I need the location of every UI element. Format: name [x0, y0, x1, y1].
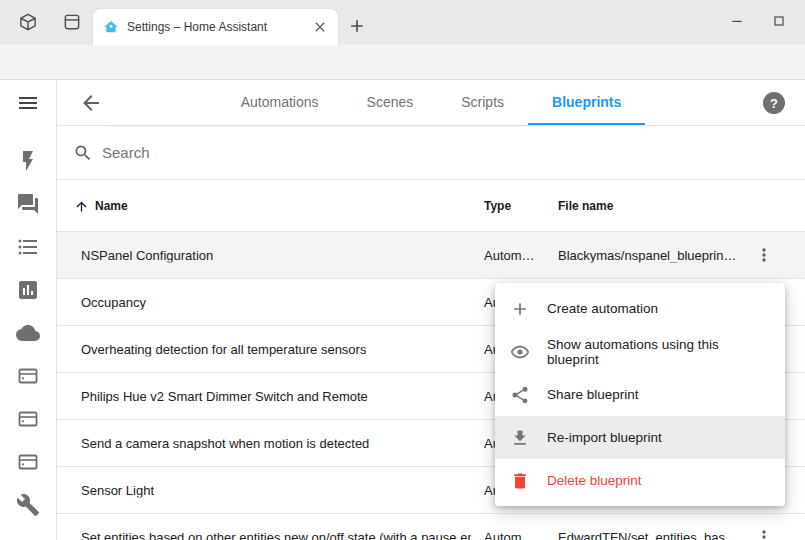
- sort-ascending-icon: [74, 199, 89, 214]
- server-icon[interactable]: [16, 450, 40, 474]
- tab-scenes[interactable]: Scenes: [343, 80, 438, 125]
- menu-item-create-automation[interactable]: Create automation: [495, 287, 785, 330]
- menu-item-share-blueprint[interactable]: Share blueprint: [495, 373, 785, 416]
- row-menu-icon[interactable]: [754, 245, 774, 265]
- home-assistant-favicon: [103, 19, 119, 35]
- server-icon[interactable]: [16, 407, 40, 431]
- share-icon: [510, 385, 530, 405]
- maximize-button[interactable]: [758, 0, 800, 42]
- table-row[interactable]: NSPanel Configuration Autom… Blackymas/n…: [57, 232, 805, 279]
- blueprint-context-menu: Create automation Show automations using…: [495, 283, 785, 506]
- search-icon: [73, 143, 93, 163]
- server-icon[interactable]: [16, 364, 40, 388]
- tab-actions-icon[interactable]: [62, 12, 82, 32]
- energy-icon[interactable]: [16, 149, 40, 173]
- forum-icon[interactable]: [16, 192, 40, 216]
- workspaces-icon[interactable]: [18, 12, 38, 32]
- window-controls: [716, 0, 805, 42]
- browser-toolbar: Not secure homeassistant.local:8123/...: [0, 45, 805, 80]
- download-icon: [510, 428, 530, 448]
- browser-titlebar: Settings – Home Assistant: [0, 0, 805, 45]
- ha-tab-bar: Automations Scenes Scripts Blueprints: [157, 80, 705, 125]
- column-header-type[interactable]: Type: [484, 180, 511, 232]
- ha-header: Automations Scenes Scripts Blueprints: [57, 80, 805, 126]
- tab-blueprints[interactable]: Blueprints: [528, 80, 645, 125]
- cloud-icon[interactable]: [16, 321, 40, 345]
- history-icon[interactable]: [16, 278, 40, 302]
- column-header-name[interactable]: Name: [74, 180, 128, 232]
- tab-scripts[interactable]: Scripts: [437, 80, 528, 125]
- developer-tools-icon[interactable]: [16, 493, 40, 517]
- plus-icon: [510, 299, 530, 319]
- table-row[interactable]: Set entities based on other entities new…: [57, 514, 805, 540]
- new-tab-button[interactable]: [347, 16, 367, 36]
- minimize-button[interactable]: [716, 0, 758, 42]
- menu-item-reimport-blueprint[interactable]: Re-import blueprint: [495, 416, 785, 459]
- column-header-file[interactable]: File name: [558, 180, 613, 232]
- menu-icon[interactable]: [16, 91, 40, 115]
- logbook-icon[interactable]: [16, 235, 40, 259]
- table-header: Name Type File name: [57, 180, 805, 232]
- tab-close-icon[interactable]: [312, 19, 328, 35]
- ha-sidebar: [0, 80, 57, 540]
- close-button[interactable]: [800, 0, 805, 42]
- tab-automations[interactable]: Automations: [217, 80, 343, 125]
- menu-item-show-automations[interactable]: Show automations using this blueprint: [495, 330, 785, 373]
- delete-icon: [510, 471, 530, 491]
- search-input[interactable]: Search: [57, 126, 805, 180]
- eye-icon: [510, 342, 530, 362]
- search-placeholder: Search: [102, 144, 150, 161]
- help-icon[interactable]: [763, 92, 785, 114]
- ha-back-icon[interactable]: [79, 91, 103, 115]
- row-menu-icon[interactable]: [754, 527, 774, 540]
- tab-title: Settings – Home Assistant: [127, 20, 306, 34]
- menu-item-delete-blueprint[interactable]: Delete blueprint: [495, 459, 785, 502]
- browser-tab[interactable]: Settings – Home Assistant: [93, 9, 338, 45]
